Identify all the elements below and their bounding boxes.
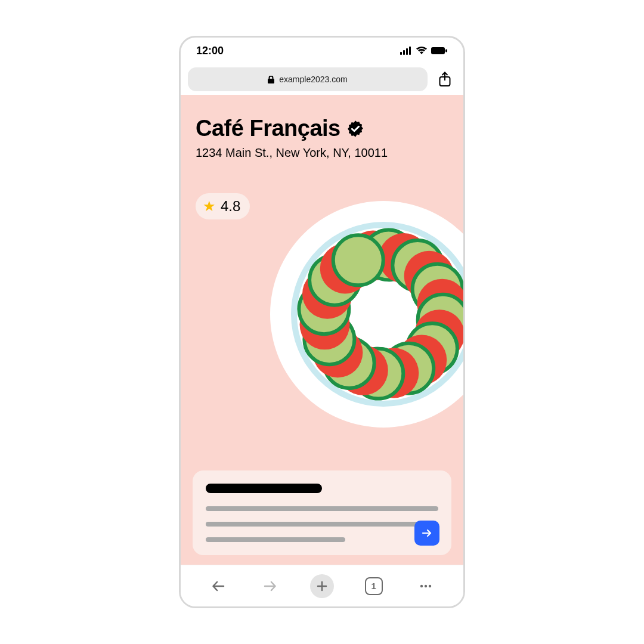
- lock-icon: [268, 76, 274, 83]
- back-button[interactable]: [206, 574, 230, 598]
- info-card: [193, 470, 451, 555]
- hero-food-image: [270, 201, 463, 430]
- card-text-line: [206, 506, 438, 511]
- share-icon: [438, 72, 451, 87]
- arrow-right-icon: [262, 578, 278, 594]
- rating-pill[interactable]: ★ 4.8: [196, 193, 250, 219]
- arrow-right-icon: [421, 527, 433, 539]
- more-button[interactable]: [414, 574, 438, 598]
- business-title: Café Français: [196, 116, 340, 141]
- new-tab-button[interactable]: [310, 574, 334, 598]
- phone-frame: 12:00 example2023.com Café Français 1234…: [179, 36, 465, 608]
- browser-chrome-top: example2023.com: [181, 64, 463, 95]
- svg-rect-2: [406, 48, 408, 55]
- cellular-icon: [400, 47, 412, 55]
- tabs-button[interactable]: 1: [362, 574, 386, 598]
- business-address: 1234 Main St., New York, NY, 10011: [181, 141, 463, 160]
- tabs-count: 1: [365, 577, 383, 595]
- svg-rect-5: [445, 49, 447, 52]
- more-horizontal-icon: [418, 578, 434, 594]
- address-bar[interactable]: example2023.com: [188, 67, 428, 91]
- forward-button[interactable]: [258, 574, 282, 598]
- svg-point-54: [420, 584, 422, 587]
- status-indicators: [400, 47, 448, 55]
- title-row: Café Français: [181, 95, 463, 141]
- card-text-line: [206, 522, 438, 527]
- browser-chrome-bottom: 1: [181, 565, 463, 606]
- svg-point-47: [333, 235, 383, 285]
- arrow-left-icon: [210, 578, 226, 594]
- svg-rect-3: [409, 47, 411, 55]
- wifi-icon: [416, 47, 428, 55]
- status-bar: 12:00: [181, 38, 463, 64]
- svg-point-48: [351, 281, 416, 347]
- plus-icon: [316, 580, 328, 592]
- svg-rect-4: [431, 47, 445, 54]
- svg-rect-6: [268, 79, 274, 83]
- card-text-line: [206, 537, 345, 542]
- svg-point-55: [424, 584, 426, 587]
- card-title-placeholder: [206, 484, 322, 493]
- battery-icon: [431, 47, 448, 55]
- star-icon: ★: [203, 198, 216, 215]
- svg-rect-0: [400, 52, 402, 55]
- svg-point-56: [428, 584, 431, 587]
- svg-rect-1: [403, 50, 405, 55]
- page-content: Café Français 1234 Main St., New York, N…: [181, 95, 463, 565]
- card-action-button[interactable]: [414, 521, 439, 546]
- rating-value: 4.8: [221, 198, 240, 215]
- status-time: 12:00: [196, 45, 224, 57]
- url-text: example2023.com: [279, 75, 347, 84]
- share-button[interactable]: [434, 68, 456, 91]
- verified-badge-icon: [346, 120, 364, 138]
